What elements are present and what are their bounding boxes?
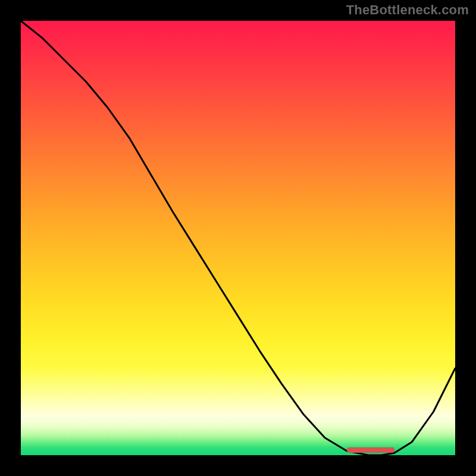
bottleneck-curve bbox=[21, 21, 455, 455]
plot-area bbox=[21, 21, 455, 455]
chart-stage: TheBottleneck.com bbox=[0, 0, 476, 476]
watermark-text: TheBottleneck.com bbox=[346, 2, 469, 18]
optimal-range-marker bbox=[347, 447, 394, 453]
curve-svg bbox=[21, 21, 455, 455]
